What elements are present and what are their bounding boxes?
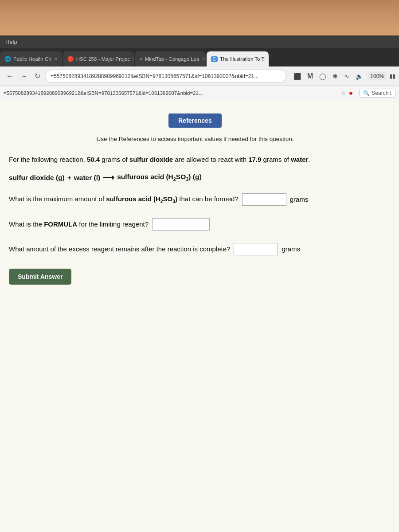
bookmark-star[interactable]: ☆: [340, 90, 346, 97]
eq-product: sulfurous acid (H2SO3) (g): [117, 173, 201, 182]
address-bar[interactable]: [45, 70, 286, 83]
eq-arrow: ⟶: [103, 173, 114, 183]
toolbar-icons: ⬛ M ◯ ✱ ∿ 🔈 100% ▮▮: [292, 70, 395, 82]
search-icon: 🔍: [363, 90, 370, 96]
tab-favicon-1: 🌐: [4, 56, 11, 62]
battery-icon: ▮▮: [389, 73, 395, 79]
q1-input[interactable]: [242, 193, 286, 206]
page-content: References Use the References to access …: [0, 100, 399, 532]
bluetooth-icon[interactable]: ✱: [331, 71, 340, 82]
mail-icon[interactable]: M: [305, 70, 315, 82]
references-subtext: Use the References to access important v…: [9, 136, 381, 142]
references-button[interactable]: References: [168, 113, 222, 128]
submit-button[interactable]: Submit Answer: [9, 269, 71, 285]
tab-close-2[interactable]: ✕: [133, 57, 134, 62]
back-button[interactable]: ←: [4, 70, 16, 82]
top-decoration: [0, 0, 399, 35]
q3-unit: grams: [282, 245, 300, 253]
history-icon[interactable]: ◯: [317, 71, 328, 82]
reload-button[interactable]: ↻: [32, 70, 43, 82]
tab-label-4: The Illustration To T: [220, 56, 265, 62]
eq-reactant2: water (l): [74, 174, 100, 182]
media-icon[interactable]: ⬛: [292, 71, 303, 82]
red-circle-icon: ●: [349, 89, 353, 97]
forward-button[interactable]: →: [18, 70, 30, 82]
secondary-toolbar: =55750828934189288909969212&eISBN=978130…: [0, 86, 399, 100]
reactant2: water: [291, 156, 308, 163]
search-label: Search t: [372, 90, 391, 96]
q2-row: What is the FORMULA for the limiting rea…: [9, 218, 381, 231]
q3-text: What amount of the excess reagent remain…: [9, 245, 230, 253]
q1-bold: sulfurous acid (H2SO3): [106, 195, 177, 203]
browser-chrome: Help 🌐 Public Health Ch ✕ 🔴 HSC 258 - Ma…: [0, 35, 399, 100]
tab-hsc258[interactable]: 🔴 HSC 258 - Major Projec ✕: [63, 51, 134, 66]
q1-row: What is the maximum amount of sulfurous …: [9, 193, 381, 206]
tab-close-3[interactable]: ✕: [202, 57, 205, 62]
tab-illustration[interactable]: C The Illustration To T: [207, 51, 269, 66]
q2-input[interactable]: [152, 218, 210, 231]
tab-favicon-2: 🔴: [67, 56, 74, 62]
tab-label-1: Public Health Ch: [13, 56, 51, 62]
q2-text: What is the FORMULA for the limiting rea…: [9, 220, 149, 228]
reactant1: sulfur dioxide: [129, 156, 173, 163]
q3-row: What amount of the excess reagent remain…: [9, 243, 381, 255]
tab-favicon-4: C: [211, 56, 218, 62]
mass2: 17.9: [248, 156, 261, 163]
url-text: =55750828934189288909969212&eISBN=978130…: [4, 90, 338, 96]
tab-close-1[interactable]: ✕: [54, 57, 58, 62]
tab-favicon-3: ✦: [139, 57, 143, 62]
q1-text: What is the maximum amount of sulfurous …: [9, 195, 239, 204]
volume-icon[interactable]: 🔈: [354, 71, 365, 82]
zoom-level: 100%: [368, 72, 387, 80]
search-bar[interactable]: 🔍 Search t: [359, 89, 395, 98]
tab-mindtap[interactable]: ✦ MindTap - Cengage Lea ✕: [135, 51, 206, 66]
tab-public-health[interactable]: 🌐 Public Health Ch ✕: [0, 51, 62, 66]
tab-label-2: HSC 258 - Major Projec: [76, 56, 130, 62]
q2-bold: FORMULA: [44, 220, 77, 228]
q3-input[interactable]: [234, 243, 278, 255]
reaction-equation: sulfur dioxide (g) + water (l) ⟶ sulfuro…: [9, 173, 381, 183]
tab-label-3: MindTap - Cengage Lea: [145, 56, 200, 62]
wifi-icon[interactable]: ∿: [342, 71, 351, 82]
q1-unit: grams: [290, 196, 309, 203]
main-toolbar: ← → ↻ ⬛ M ◯ ✱ ∿ 🔈 100% ▮▮: [0, 66, 399, 86]
question-intro: For the following reaction, 50.4 grams o…: [9, 155, 381, 165]
tabs-bar: 🌐 Public Health Ch ✕ 🔴 HSC 258 - Major P…: [0, 48, 399, 66]
mass1: 50.4: [87, 156, 100, 163]
eq-reactant1: sulfur dioxide (g): [9, 174, 65, 182]
menu-bar: Help: [0, 35, 399, 48]
menu-help[interactable]: Help: [5, 39, 17, 45]
eq-plus: +: [67, 174, 71, 182]
